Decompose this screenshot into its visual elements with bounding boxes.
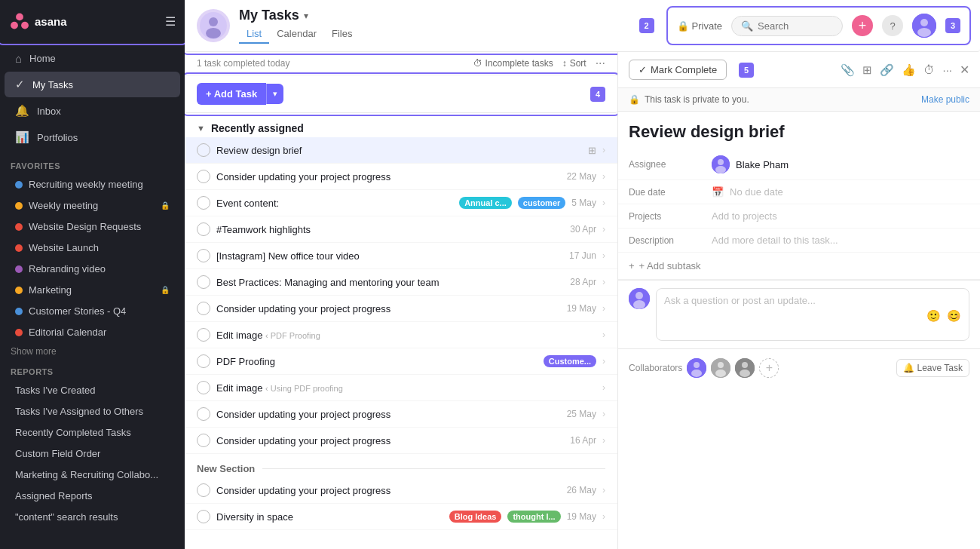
sort-button[interactable]: ↕ Sort bbox=[562, 58, 586, 69]
sidebar-item-home[interactable]: ⌂ Home bbox=[5, 46, 180, 71]
sidebar-report-item[interactable]: Recently Completed Tasks bbox=[5, 422, 180, 443]
tab-calendar[interactable]: Calendar bbox=[269, 26, 324, 44]
help-button[interactable]: ? bbox=[882, 15, 903, 36]
mark-complete-button[interactable]: ✓ Mark Complete bbox=[629, 60, 727, 80]
add-button[interactable]: + bbox=[852, 15, 873, 36]
close-icon[interactable]: ✕ bbox=[960, 63, 969, 77]
task-row[interactable]: #Teamwork highlights 30 Apr › bbox=[185, 216, 617, 243]
task-check-button[interactable] bbox=[197, 249, 210, 262]
task-expand-icon[interactable]: › bbox=[602, 382, 605, 393]
task-expand-icon[interactable]: › bbox=[602, 511, 605, 522]
sidebar-item-portfolios[interactable]: 📊 Portfolios bbox=[5, 124, 180, 150]
task-check-button[interactable] bbox=[197, 222, 210, 236]
task-check-button[interactable] bbox=[197, 354, 210, 368]
task-check-button[interactable] bbox=[197, 510, 210, 523]
task-check-button[interactable] bbox=[197, 196, 210, 210]
sidebar-report-item[interactable]: Marketing & Recruiting Collabo... bbox=[5, 465, 180, 485]
sidebar-report-item[interactable]: Assigned Reports bbox=[5, 486, 180, 506]
search-input[interactable] bbox=[758, 20, 833, 32]
task-check-button[interactable] bbox=[197, 381, 210, 394]
task-expand-icon[interactable]: › bbox=[602, 198, 605, 208]
timer-icon[interactable]: ⏱ bbox=[923, 63, 935, 76]
link-icon[interactable]: 🔗 bbox=[880, 63, 894, 77]
task-row[interactable]: Consider updating your project progress … bbox=[185, 428, 617, 454]
sidebar-fav-item-customer-stories[interactable]: Customer Stories - Q4 bbox=[5, 301, 180, 321]
task-row[interactable]: [Instagram] New office tour video 17 Jun… bbox=[185, 243, 617, 269]
task-check-button[interactable] bbox=[197, 275, 210, 289]
task-check-button[interactable] bbox=[197, 328, 210, 342]
sidebar-report-item[interactable]: "content" search results bbox=[5, 507, 180, 527]
task-name: Consider updating your project progress bbox=[216, 485, 561, 496]
more-options-button[interactable]: ··· bbox=[596, 57, 605, 70]
show-more-button[interactable]: Show more bbox=[0, 343, 185, 360]
task-expand-icon[interactable]: › bbox=[602, 330, 605, 340]
task-expand-icon[interactable]: › bbox=[602, 303, 605, 314]
task-expand-icon[interactable]: › bbox=[602, 485, 605, 495]
task-row[interactable]: Best Practices: Managing and mentoring y… bbox=[185, 269, 617, 296]
comment-input-box[interactable]: Ask a question or post an update... 🙂 😊 bbox=[656, 288, 969, 341]
description-value[interactable]: Add more detail to this task... bbox=[712, 235, 838, 246]
task-check-button[interactable] bbox=[197, 170, 210, 183]
task-check-button[interactable] bbox=[197, 434, 210, 447]
task-expand-icon[interactable]: › bbox=[602, 356, 605, 367]
sidebar-fav-item-editorial[interactable]: Editorial Calendar bbox=[5, 322, 180, 342]
sidebar-report-item[interactable]: Tasks I've Created bbox=[5, 380, 180, 400]
task-row[interactable]: Review design brief ⊞ › bbox=[185, 137, 617, 164]
add-subtask-button[interactable]: + + Add subtask bbox=[618, 253, 980, 280]
task-expand-icon[interactable]: › bbox=[602, 409, 605, 419]
task-row[interactable]: PDF Proofing Custome... › bbox=[185, 348, 617, 375]
sidebar-fav-item-website-launch[interactable]: Website Launch bbox=[5, 238, 180, 258]
user-avatar[interactable] bbox=[912, 14, 936, 38]
section-caret[interactable]: ▼ bbox=[197, 124, 205, 133]
emoji-happy-icon[interactable]: 😊 bbox=[947, 309, 961, 323]
task-check-button[interactable] bbox=[197, 483, 210, 497]
sidebar-report-item[interactable]: Tasks I've Assigned to Others bbox=[5, 401, 180, 422]
sidebar-report-item[interactable]: Custom Field Order bbox=[5, 443, 180, 464]
task-date: 16 Apr bbox=[570, 435, 596, 446]
add-task-dropdown-button[interactable]: ▾ bbox=[266, 84, 283, 104]
like-icon[interactable]: 👍 bbox=[902, 63, 916, 77]
sidebar-fav-item-weekly[interactable]: Weekly meeting 🔒 bbox=[5, 195, 180, 216]
incomplete-tasks-button[interactable]: ⏱ Incomplete tasks bbox=[473, 58, 553, 69]
hamburger-icon[interactable]: ☰ bbox=[165, 14, 176, 29]
task-expand-icon[interactable]: › bbox=[602, 435, 605, 446]
tab-list[interactable]: List bbox=[239, 26, 269, 44]
leave-task-button[interactable]: 🔔 Leave Task bbox=[896, 359, 969, 377]
task-row[interactable]: Diversity in space Blog Ideasthought l..… bbox=[185, 504, 617, 530]
sidebar-fav-item-recruiting[interactable]: Recruiting weekly meeting bbox=[5, 174, 180, 195]
sidebar-fav-item-website-design[interactable]: Website Design Requests bbox=[5, 216, 180, 237]
page-title-dropdown[interactable]: ▾ bbox=[304, 11, 308, 21]
task-row[interactable]: Consider updating your project progress … bbox=[185, 164, 617, 190]
task-row[interactable]: Consider updating your project progress … bbox=[185, 401, 617, 428]
task-expand-icon[interactable]: › bbox=[602, 277, 605, 287]
task-row[interactable]: Consider updating your project progress … bbox=[185, 296, 617, 322]
emoji-smile-icon[interactable]: 🙂 bbox=[926, 309, 941, 323]
more-detail-icon[interactable]: ··· bbox=[942, 63, 952, 76]
task-row[interactable]: Edit image ‹ PDF Proofing › bbox=[185, 322, 617, 348]
tab-files[interactable]: Files bbox=[324, 26, 360, 44]
task-row[interactable]: Consider updating your project progress … bbox=[185, 477, 617, 504]
task-check-button[interactable] bbox=[197, 143, 210, 157]
task-expand-icon[interactable]: › bbox=[602, 145, 605, 155]
sidebar-item-inbox[interactable]: 🔔 Inbox bbox=[5, 98, 180, 124]
subtask-icon[interactable]: ⊞ bbox=[862, 63, 872, 77]
add-task-main-button[interactable]: + Add Task bbox=[197, 83, 266, 105]
search-box[interactable]: 🔍 bbox=[731, 16, 843, 36]
task-row[interactable]: Event content: Annual c...customer 5 May… bbox=[185, 190, 617, 216]
make-public-button[interactable]: Make public bbox=[921, 94, 969, 105]
task-check-button[interactable] bbox=[197, 407, 210, 421]
projects-value[interactable]: Add to projects bbox=[712, 210, 777, 222]
sidebar-fav-item-rebranding[interactable]: Rebranding video bbox=[5, 259, 180, 279]
add-collaborator-button[interactable]: + bbox=[759, 358, 779, 378]
sidebar-item-my-tasks[interactable]: ✓ My Tasks bbox=[5, 72, 180, 97]
task-name: Consider updating your project progress bbox=[216, 435, 564, 446]
due-date-value[interactable]: 📅 No due date bbox=[712, 186, 783, 198]
attach-icon[interactable]: 📎 bbox=[841, 63, 855, 77]
sidebar-fav-item-marketing[interactable]: Marketing 🔒 bbox=[5, 280, 180, 300]
search-icon: 🔍 bbox=[741, 20, 753, 32]
task-expand-icon[interactable]: › bbox=[602, 171, 605, 182]
task-expand-icon[interactable]: › bbox=[602, 224, 605, 235]
task-row[interactable]: Edit image ‹ Using PDF proofing › bbox=[185, 375, 617, 401]
task-expand-icon[interactable]: › bbox=[602, 250, 605, 261]
task-check-button[interactable] bbox=[197, 302, 210, 315]
